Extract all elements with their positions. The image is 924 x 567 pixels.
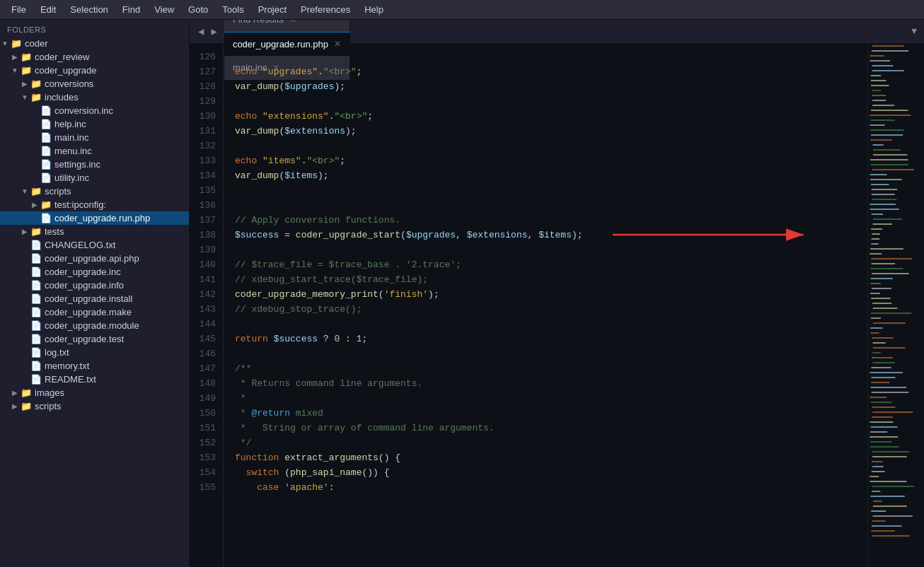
menu-item-selection[interactable]: Selection — [64, 3, 113, 16]
sidebar-item-coder_upgrade_make[interactable]: ▶📄coder_upgrade.make — [0, 305, 189, 319]
sidebar-item-readme[interactable]: ▶📄README.txt — [0, 373, 189, 386]
main-layout: FOLDERS ▼📁coder▶📁coder_review▼📁coder_upg… — [0, 20, 924, 567]
line-num-131: 131 — [194, 124, 216, 139]
sidebar-item-test_ipconfig[interactable]: ▶📁test:ipconfig: — [0, 198, 189, 211]
tab-dropdown-button[interactable]: ▼ — [904, 26, 924, 37]
menu-bar: FileEditSelectionFindViewGotoToolsProjec… — [0, 0, 924, 20]
sidebar-label-log_txt: log.txt — [45, 347, 69, 358]
token: $success — [235, 230, 279, 240]
sidebar-label-tests: tests — [45, 226, 64, 237]
line-num-146: 146 — [194, 346, 216, 361]
sidebar-label-images: images — [35, 387, 64, 398]
code-line-140: // $trace_file = $trace_base . '2.trace'… — [235, 257, 867, 272]
code-content[interactable]: echo "upgrades"."<br>";var_dump($upgrade… — [224, 44, 867, 567]
token: // xdebug_start_trace($trace_file); — [235, 274, 428, 285]
nav-prev-arrow[interactable]: ◀ — [195, 24, 207, 39]
menu-item-goto[interactable]: Goto — [183, 3, 214, 16]
token: echo — [235, 156, 257, 166]
sidebar-item-menu_inc[interactable]: ▶📄menu.inc — [0, 144, 189, 158]
token: * String or array of command line argume… — [235, 423, 495, 433]
sidebar-label-coder_upgrade_inc: coder_upgrade.inc — [45, 267, 121, 277]
sidebar-label-coder_review: coder_review — [35, 52, 89, 62]
menu-item-help[interactable]: Help — [359, 3, 389, 16]
token — [235, 467, 246, 478]
token: function — [235, 452, 279, 463]
menu-item-find[interactable]: Find — [117, 3, 146, 16]
token: : — [329, 482, 335, 493]
menu-item-project[interactable]: Project — [253, 3, 292, 16]
sidebar-item-main_inc[interactable]: ▶📄main.inc — [0, 131, 189, 144]
code-line-128: var_dump($upgrades); — [235, 79, 867, 94]
sidebar-item-images[interactable]: ▶📁images — [0, 386, 189, 399]
menu-item-file[interactable]: File — [6, 3, 32, 16]
sidebar-item-utility_inc[interactable]: ▶📄utility.inc — [0, 171, 189, 185]
sidebar-item-coder_upgrade_install[interactable]: ▶📄coder_upgrade.install — [0, 292, 189, 305]
token: * Returns command line arguments. — [235, 378, 422, 389]
token: // Apply conversion functions. — [235, 215, 400, 226]
folder-icon-tests: 📁 — [30, 226, 42, 237]
sidebar-item-coder_upgrade_run_php[interactable]: ▶📄coder_upgrade.run.php — [0, 211, 189, 225]
sidebar-item-coder_review[interactable]: ▶📁coder_review — [0, 50, 189, 64]
token: extract_arguments — [284, 452, 379, 463]
nav-next-arrow[interactable]: ▶ — [208, 24, 219, 39]
folder-icon-test_ipconfig: 📁 — [40, 199, 52, 210]
file-icon-help_inc: 📄 — [40, 119, 52, 129]
line-num-149: 149 — [194, 391, 216, 406]
token: ( — [279, 467, 290, 478]
sidebar-item-coder_upgrade_test[interactable]: ▶📄coder_upgrade.test — [0, 332, 189, 346]
line-num-138: 138 — [194, 228, 216, 242]
code-line-127: echo "upgrades"."<br>"; — [235, 64, 867, 79]
line-num-126: 126 — [194, 49, 216, 64]
file-icon-log_txt: 📄 — [30, 347, 42, 358]
token: var_dump — [235, 170, 279, 181]
sidebar-item-coder_upgrade_inc[interactable]: ▶📄coder_upgrade.inc — [0, 265, 189, 279]
sidebar-item-conversion_inc[interactable]: ▶📄conversion.inc — [0, 104, 189, 117]
sidebar-label-test_ipconfig: test:ipconfig: — [54, 199, 106, 210]
sidebar-label-coder_upgrade_run_php: coder_upgrade.run.php — [54, 213, 150, 223]
token: ); — [572, 230, 583, 240]
menu-item-tools[interactable]: Tools — [216, 3, 249, 16]
sidebar-item-settings_inc[interactable]: ▶📄settings.inc — [0, 158, 189, 171]
token: switch — [246, 467, 279, 478]
token: $upgrades — [406, 230, 456, 240]
token — [268, 334, 274, 344]
tab-find[interactable]: Find Results✕ — [224, 20, 350, 32]
sidebar-item-help_inc[interactable]: ▶📄help.inc — [0, 117, 189, 131]
sidebar-item-scripts_root[interactable]: ▶📁scripts — [0, 399, 189, 413]
sidebar-item-conversions[interactable]: ▶📁conversions — [0, 77, 189, 90]
line-num-153: 153 — [194, 450, 216, 465]
menu-item-preferences[interactable]: Preferences — [295, 3, 356, 16]
sidebar-label-menu_inc: menu.inc — [54, 146, 92, 156]
file-icon-conversion_inc: 📄 — [40, 105, 52, 116]
folder-icon-coder: 📁 — [10, 38, 23, 49]
sidebar-item-scripts[interactable]: ▼📁scripts — [0, 185, 189, 198]
token: ; — [357, 66, 362, 77]
sidebar-item-tests[interactable]: ▶📁tests — [0, 225, 189, 238]
sidebar-item-memory_txt[interactable]: ▶📄memory.txt — [0, 359, 189, 373]
sidebar: FOLDERS ▼📁coder▶📁coder_review▼📁coder_upg… — [0, 20, 190, 567]
token: ); — [318, 170, 329, 181]
menu-item-edit[interactable]: Edit — [35, 3, 62, 16]
code-line-139 — [235, 242, 867, 257]
sidebar-item-coder[interactable]: ▼📁coder — [0, 37, 189, 50]
sidebar-item-changelog[interactable]: ▶📄CHANGELOG.txt — [0, 238, 189, 252]
line-num-152: 152 — [194, 436, 216, 450]
sidebar-item-coder_upgrade_api[interactable]: ▶📄coder_upgrade.api.php — [0, 252, 189, 265]
token: : — [340, 334, 356, 344]
file-icon-menu_inc: 📄 — [40, 146, 52, 156]
tab-label-find: Find Results — [233, 20, 284, 25]
menu-item-view[interactable]: View — [149, 3, 180, 16]
code-line-150: * @return mixed — [235, 406, 867, 421]
code-line-129 — [235, 94, 867, 109]
sidebar-item-coder_upgrade_info[interactable]: ▶📄coder_upgrade.info — [0, 279, 189, 292]
code-line-147: /** — [235, 361, 867, 376]
file-icon-coder_upgrade_module: 📄 — [30, 320, 42, 331]
sidebar-label-help_inc: help.inc — [54, 119, 86, 129]
token: echo — [235, 66, 257, 77]
file-icon-coder_upgrade_test: 📄 — [30, 334, 42, 344]
tab-close-find[interactable]: ✕ — [289, 20, 296, 25]
sidebar-item-includes[interactable]: ▼📁includes — [0, 90, 189, 104]
sidebar-item-coder_upgrade_module[interactable]: ▶📄coder_upgrade.module — [0, 319, 189, 332]
sidebar-item-log_txt[interactable]: ▶📄log.txt — [0, 346, 189, 359]
sidebar-item-coder_upgrade[interactable]: ▼📁coder_upgrade — [0, 64, 189, 77]
